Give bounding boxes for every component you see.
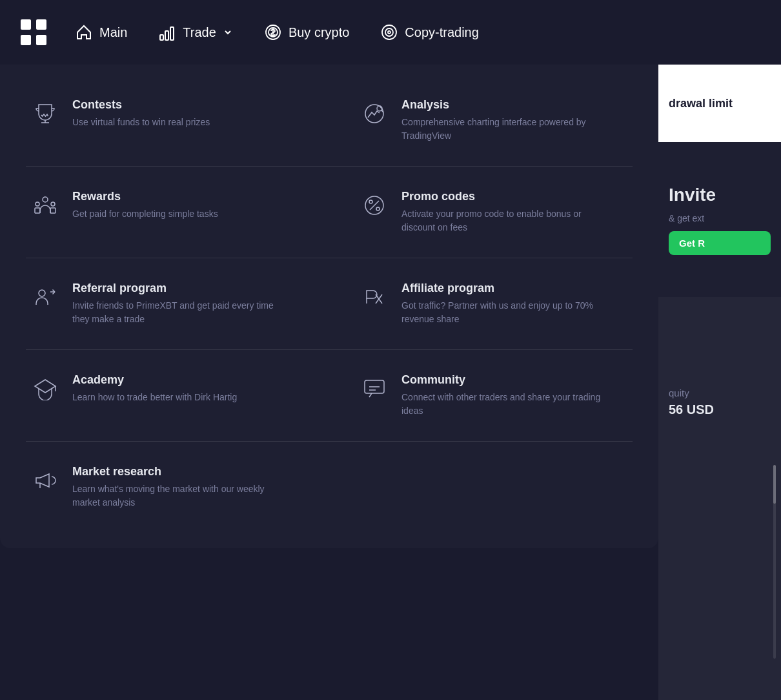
right-panel: drawal limit Invite & get ext Get R quit…	[658, 65, 781, 700]
svg-point-12	[388, 31, 391, 34]
market-research-desc: Learn what's moving the market with our …	[72, 482, 279, 510]
menu-item-market-research[interactable]: Market research Learn what's moving the …	[5, 452, 324, 522]
nav-copy-trading-label: Copy-trading	[405, 25, 479, 40]
market-research-title: Market research	[72, 465, 279, 479]
community-title: Community	[401, 373, 608, 387]
trade-chevron-icon	[223, 27, 233, 37]
analysis-title: Analysis	[401, 98, 608, 112]
academy-title: Academy	[72, 373, 237, 387]
divider-3	[26, 349, 633, 350]
px-logo-icon	[360, 283, 389, 311]
withdrawal-label: drawal limit	[669, 97, 733, 110]
referral-text: Referral program Invite friends to Prime…	[72, 282, 279, 326]
svg-point-27	[39, 290, 45, 296]
referral-desc: Invite friends to PrimeXBT and get paid …	[72, 299, 279, 326]
svg-rect-4	[160, 35, 163, 40]
rewards-title: Rewards	[72, 190, 218, 203]
svg-rect-19	[35, 208, 40, 213]
menu-item-contests[interactable]: Contests Use virtual funds to win real p…	[5, 85, 324, 156]
svg-marker-34	[35, 380, 56, 393]
chat-icon	[360, 375, 389, 403]
menu-item-referral[interactable]: Referral program Invite friends to Prime…	[5, 269, 324, 339]
community-text: Community Connect with other traders and…	[401, 373, 608, 418]
academy-desc: Learn how to trade better with Dirk Hart…	[72, 391, 237, 404]
svg-rect-2	[21, 35, 31, 45]
nav-trade-label: Trade	[183, 25, 216, 40]
scrollbar-thumb[interactable]	[773, 465, 776, 504]
affiliate-desc: Got traffic? Partner with us and enjoy u…	[401, 299, 608, 326]
graduation-icon	[31, 375, 59, 403]
dropdown-menu: Contests Use virtual funds to win real p…	[0, 65, 658, 548]
market-research-text: Market research Learn what's moving the …	[72, 465, 279, 510]
logo[interactable]	[15, 14, 52, 50]
svg-point-18	[43, 197, 48, 202]
withdrawal-box: drawal limit	[658, 65, 781, 142]
menu-grid: Contests Use virtual funds to win real p…	[0, 85, 658, 522]
divider-4	[26, 441, 633, 442]
equity-label: quity	[669, 387, 771, 398]
svg-line-24	[370, 201, 379, 210]
svg-point-10	[382, 25, 396, 39]
menu-item-promo[interactable]: Promo codes Activate your promo code to …	[334, 177, 653, 247]
menu-item-affiliate[interactable]: Affiliate program Got traffic? Partner w…	[334, 269, 653, 339]
svg-point-11	[385, 28, 393, 36]
contests-text: Contests Use virtual funds to win real p…	[72, 98, 210, 129]
megaphone-icon	[31, 466, 59, 495]
percent-badge-icon	[360, 191, 389, 220]
rewards-desc: Get paid for completing simple tasks	[72, 207, 218, 221]
scrollbar-track[interactable]	[773, 465, 776, 659]
menu-item-analysis[interactable]: Analysis Comprehensive charting interfac…	[334, 85, 653, 156]
top-navigation: Main Trade Buy crypto Copy-trading	[0, 0, 781, 65]
svg-rect-0	[21, 19, 31, 30]
divider-2	[26, 258, 633, 258]
nav-buy-crypto[interactable]: Buy crypto	[251, 17, 362, 48]
community-desc: Connect with other traders and share you…	[401, 391, 608, 418]
svg-rect-20	[50, 208, 56, 213]
equity-section: quity 56 USD	[658, 375, 781, 430]
invite-title: Invite	[669, 184, 771, 206]
trophy-icon	[31, 99, 59, 128]
people-podium-icon	[31, 191, 59, 220]
nav-copy-trading[interactable]: Copy-trading	[367, 17, 492, 48]
promo-title: Promo codes	[401, 190, 608, 203]
contests-desc: Use virtual funds to win real prizes	[72, 116, 210, 129]
rewards-text: Rewards Get paid for completing simple t…	[72, 190, 218, 221]
analysis-text: Analysis Comprehensive charting interfac…	[401, 98, 608, 143]
referral-icon	[31, 283, 59, 311]
svg-rect-3	[36, 35, 46, 45]
affiliate-title: Affiliate program	[401, 282, 608, 295]
svg-point-15	[365, 105, 383, 123]
get-button[interactable]: Get R	[669, 231, 771, 255]
chart-line-icon	[360, 99, 389, 128]
invite-sub: & get ext	[669, 213, 771, 223]
svg-point-25	[369, 200, 372, 203]
menu-item-rewards[interactable]: Rewards Get paid for completing simple t…	[5, 177, 324, 247]
menu-item-community[interactable]: Community Connect with other traders and…	[334, 360, 653, 431]
svg-point-21	[36, 202, 39, 206]
promo-text: Promo codes Activate your promo code to …	[401, 190, 608, 234]
divider-1	[26, 166, 633, 167]
svg-rect-5	[165, 31, 168, 40]
promo-desc: Activate your promo code to enable bonus…	[401, 207, 608, 234]
affiliate-text: Affiliate program Got traffic? Partner w…	[401, 282, 608, 326]
nav-buy-crypto-label: Buy crypto	[289, 25, 349, 40]
svg-rect-1	[36, 19, 46, 30]
svg-point-26	[376, 207, 380, 211]
nav-trade[interactable]: Trade	[145, 17, 246, 48]
nav-main-label: Main	[99, 25, 127, 40]
academy-text: Academy Learn how to trade better with D…	[72, 373, 237, 404]
contests-title: Contests	[72, 98, 210, 112]
svg-rect-6	[170, 27, 174, 40]
menu-item-academy[interactable]: Academy Learn how to trade better with D…	[5, 360, 324, 431]
invite-box: Invite & get ext Get R	[658, 142, 781, 297]
analysis-desc: Comprehensive charting interface powered…	[401, 116, 608, 143]
equity-value: 56 USD	[669, 402, 771, 417]
svg-point-22	[51, 202, 55, 206]
nav-main[interactable]: Main	[62, 17, 140, 48]
referral-title: Referral program	[72, 282, 279, 295]
